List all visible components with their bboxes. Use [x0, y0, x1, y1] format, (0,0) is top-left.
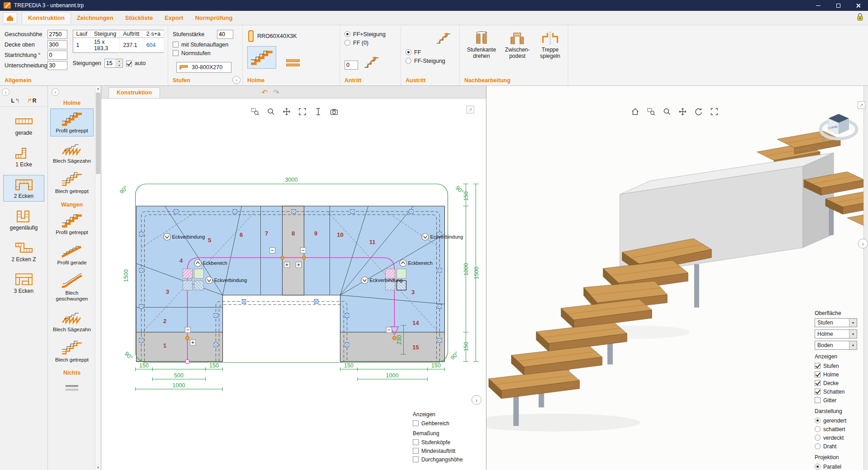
mindestauftritt-checkbox[interactable]: Mindestauftritt	[413, 446, 476, 455]
close-button[interactable]	[848, 0, 868, 11]
view3d-expand-button[interactable]: ›	[858, 239, 868, 249]
shape-item-gegenlaeufig[interactable]: gegenläufig	[3, 207, 44, 233]
stufenkoepfe-checkbox[interactable]: Stufenköpfe	[413, 438, 476, 446]
pan-button[interactable]	[282, 107, 292, 117]
show-decke-checkbox[interactable]: Decke	[815, 379, 857, 387]
view-3d-pane[interactable]: VORNE S Oberfläche Stufen▼ Holme▼ Boden▼…	[486, 86, 868, 470]
zoom-fit-button[interactable]	[709, 107, 719, 117]
maximize-button[interactable]	[828, 0, 848, 11]
view3d-popout-button[interactable]: ↗	[858, 101, 865, 109]
projection-parallel-radio[interactable]: Parallel	[815, 462, 857, 470]
plan-popout-button[interactable]: ↗	[467, 106, 474, 113]
minimize-button[interactable]	[808, 0, 828, 11]
collapsed-panel-strip[interactable]	[863, 86, 868, 470]
steigungen-input[interactable]	[105, 59, 116, 67]
eckbereich-toggle[interactable]	[400, 260, 406, 267]
stepper-up-icon[interactable]: ▲	[116, 59, 123, 64]
gehbereich-checkbox[interactable]: Gehbereich	[413, 419, 476, 428]
nichts-item[interactable]	[50, 378, 94, 397]
zoom-button[interactable]	[266, 107, 276, 117]
scrollbar-thumb[interactable]	[96, 93, 100, 174]
mode-schattiert-radio[interactable]: schattiert	[815, 425, 857, 433]
snapshot-button[interactable]	[329, 107, 339, 117]
shape-item-1ecke[interactable]: 1 Ecke	[3, 143, 44, 170]
mode-draht-radio[interactable]: Draht	[815, 442, 857, 451]
undo-button[interactable]: ↶	[262, 88, 268, 97]
austritt-ff-steigung-radio[interactable]: FF-Steigung	[406, 56, 456, 65]
start-direction-right-button[interactable]: ↱R	[26, 97, 38, 104]
show-gitter-checkbox[interactable]: Gitter	[815, 396, 857, 404]
license-lock-icon[interactable]	[857, 13, 863, 21]
mode-gerendert-radio[interactable]: gerendert	[815, 416, 857, 425]
durchgangshoehe-checkbox[interactable]: Durchgangshöhe	[413, 455, 476, 464]
normstufen-checkbox[interactable]: Normstufen	[173, 49, 239, 57]
menu-tab-konstruktion[interactable]: Konstruktion	[22, 12, 71, 24]
unterschneidung-input[interactable]	[47, 61, 67, 70]
austritt-ff-radio[interactable]: FF	[406, 48, 456, 56]
stufenauflagen-checkbox[interactable]: mit Stufenauflagen	[173, 40, 239, 49]
holm-type-getreppt-button[interactable]	[247, 46, 276, 69]
mode-verdeckt-radio[interactable]: verdeckt	[815, 433, 857, 442]
stufenstaerke-input[interactable]	[217, 30, 233, 39]
home-button[interactable]	[3, 12, 17, 24]
surface-select-holme[interactable]: Holme▼	[815, 329, 857, 338]
wangen-blech-getreppt[interactable]: Blech getreppt	[50, 338, 94, 366]
zoom-window-button[interactable]	[646, 107, 656, 117]
geschosshoehe-input[interactable]	[47, 30, 67, 39]
shape-sidebar-collapse-button[interactable]: ‹	[2, 88, 9, 96]
wangen-profil-getreppt[interactable]: Profil getreppt	[50, 210, 94, 238]
measure-button[interactable]	[313, 107, 323, 117]
stufen-expand-button[interactable]: ›	[232, 76, 241, 84]
zoom-window-button[interactable]	[250, 107, 260, 117]
view-cube[interactable]: VORNE S	[818, 106, 861, 151]
eckverbindung-toggle[interactable]	[164, 234, 170, 240]
scroll-up-icon[interactable]: ▲	[97, 87, 100, 90]
start-direction-left-button[interactable]: L↰	[10, 97, 21, 104]
holme-profil-getreppt[interactable]: Profil getreppt	[50, 108, 94, 136]
shape-item-gerade[interactable]: gerade	[3, 112, 44, 138]
steigungen-stepper[interactable]: ▲▼	[104, 59, 123, 68]
wangen-profil-gerade[interactable]: Profil gerade	[50, 240, 94, 268]
table-row[interactable]: 1 15 x 183,3 237.1 604	[73, 38, 164, 53]
eckbereich-toggle[interactable]	[194, 260, 201, 267]
antritt-offset-input[interactable]	[344, 61, 358, 70]
holm-type-flat-button[interactable]	[283, 57, 303, 69]
treppe-spiegeln-button[interactable]: Treppespiegeln	[539, 31, 561, 60]
menu-tab-normpruefung[interactable]: Normprüfung	[189, 12, 238, 24]
wangen-blech-geschwungen[interactable]: Blech geschwungen	[50, 271, 94, 305]
menu-tab-export[interactable]: Export	[159, 12, 189, 24]
home-view-button[interactable]	[630, 107, 640, 117]
orbit-button[interactable]	[693, 107, 703, 117]
shape-item-2ecken[interactable]: 2 Ecken	[3, 175, 44, 202]
auto-checkbox[interactable]: auto	[126, 59, 146, 68]
plan-expand-button[interactable]: ›	[472, 395, 481, 405]
plan-viewport[interactable]: 3000 1500 150 1000 150 1500 150 150 500 …	[101, 99, 486, 470]
zoom-button[interactable]	[662, 107, 672, 117]
stufenkante-drehen-button[interactable]: Stufenkantedrehen	[467, 31, 496, 60]
surface-select-stufen[interactable]: Stufen▼	[815, 318, 857, 327]
eckverbindung-toggle[interactable]	[361, 277, 368, 284]
holme-blech-saegezahn[interactable]: Blech Sägezahn	[50, 139, 94, 167]
startrichtung-input[interactable]	[47, 51, 67, 60]
wangen-blech-saegezahn[interactable]: Blech Sägezahn	[50, 307, 94, 335]
holme-blech-getreppt[interactable]: Blech getreppt	[50, 169, 94, 197]
shape-item-3ecken[interactable]: 3 Ecken	[3, 270, 44, 296]
style-sidebar-collapse-button[interactable]: ‹	[52, 88, 59, 96]
decke-oben-input[interactable]	[47, 40, 67, 49]
antritt-ff-steigung-radio[interactable]: FF+Steigung	[344, 30, 397, 38]
surface-select-boden[interactable]: Boden▼	[815, 341, 857, 350]
show-holme-checkbox[interactable]: Holme	[815, 370, 857, 379]
pan-button[interactable]	[678, 107, 688, 117]
scroll-down-icon[interactable]: ▼	[97, 466, 100, 469]
redo-button[interactable]: ↷	[273, 88, 279, 97]
shape-item-2ecken-z[interactable]: 2 Ecken Z	[3, 238, 44, 265]
menu-tab-zeichnungen[interactable]: Zeichnungen	[71, 12, 119, 24]
zoom-fit-button[interactable]	[297, 107, 307, 117]
show-stufen-checkbox[interactable]: Stufen	[815, 362, 857, 370]
show-schatten-checkbox[interactable]: Schatten	[815, 387, 857, 396]
zwischenpodest-button[interactable]: Zwischen-podest	[505, 31, 530, 60]
eckverbindung-toggle[interactable]	[422, 234, 429, 240]
menu-tab-stueckliste[interactable]: Stückliste	[119, 12, 159, 24]
stepper-down-icon[interactable]: ▼	[116, 64, 123, 68]
eckverbindung-toggle[interactable]	[206, 277, 212, 284]
